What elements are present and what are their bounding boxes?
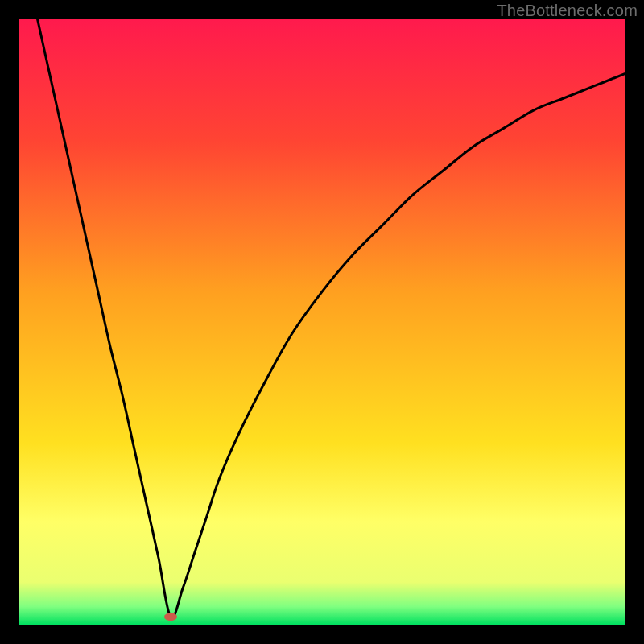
minimum-marker [164, 613, 177, 621]
watermark-text: TheBottleneck.com [497, 2, 638, 20]
bottleneck-chart [19, 19, 625, 625]
chart-frame [19, 19, 625, 625]
